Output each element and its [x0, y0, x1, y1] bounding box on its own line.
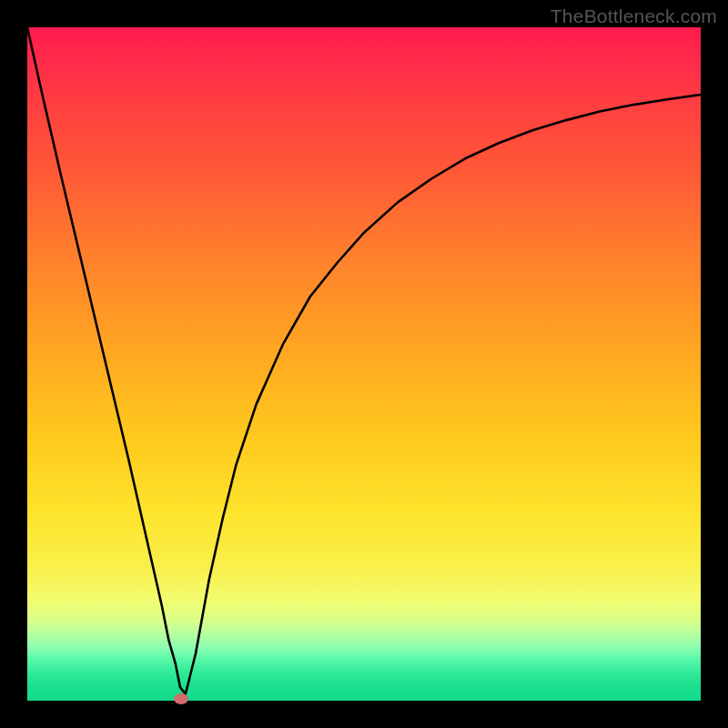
chart-frame: TheBottleneck.com [0, 0, 728, 728]
watermark-text: TheBottleneck.com [551, 5, 717, 27]
bottleneck-curve [27, 27, 701, 694]
optimal-point-marker [174, 693, 188, 704]
plot-area [27, 27, 701, 701]
curve-svg [27, 27, 701, 701]
